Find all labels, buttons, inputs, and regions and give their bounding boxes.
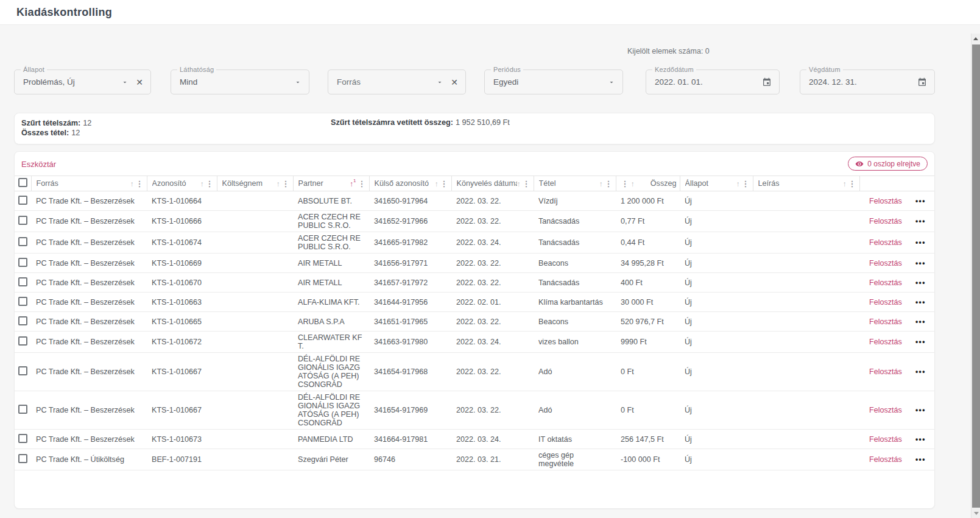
summary-card: Szűrt tételszám:12 Összes tétel:12 Szűrt… <box>14 113 935 144</box>
row-checkbox[interactable] <box>18 258 27 267</box>
calendar-icon[interactable] <box>917 77 927 87</box>
filter-lathatosag[interactable]: Láthatóság Mind <box>171 69 309 94</box>
sort-icon[interactable]: ↑ <box>435 180 439 188</box>
cell-partner: ACER CZECH REPUBLIC S.R.O. <box>293 232 369 254</box>
filter-forras[interactable]: Forrás ✕ <box>328 69 466 94</box>
filter-vegdatum[interactable]: Végdátum 2024. 12. 31. <box>800 69 935 94</box>
clear-icon[interactable]: ✕ <box>136 78 143 87</box>
sort-icon[interactable]: ↑ <box>517 180 521 188</box>
row-checkbox[interactable] <box>18 237 27 246</box>
column-menu-icon[interactable]: ⋮ <box>742 180 750 188</box>
row-checkbox[interactable] <box>18 216 27 225</box>
column-menu-icon[interactable]: ⋮ <box>523 180 531 188</box>
sort-icon[interactable]: ↑ <box>736 180 740 188</box>
filter-kezdodatum[interactable]: Kezdődátum 2022. 01. 01. <box>646 69 780 94</box>
filter-label: Periódus <box>491 66 523 73</box>
column-menu-icon[interactable]: ⋮ <box>848 180 856 188</box>
felosztas-link[interactable]: Felosztás <box>869 197 902 205</box>
row-checkbox[interactable] <box>18 336 27 346</box>
row-checkbox[interactable] <box>18 366 27 375</box>
felosztas-link[interactable]: Felosztás <box>869 259 902 268</box>
felosztas-link[interactable]: Felosztás <box>869 318 902 326</box>
felosztas-link[interactable]: Felosztás <box>869 298 902 307</box>
hidden-columns-button[interactable]: 0 oszlop elrejtve <box>848 157 928 171</box>
sort-icon[interactable]: ↑ <box>631 180 635 188</box>
row-menu-icon[interactable]: ••• <box>915 197 926 205</box>
filter-allapot[interactable]: Állapot Problémás, Új ✕ <box>14 69 151 94</box>
column-header[interactable]: Külső azonosító ↑ ⋮ <box>369 176 451 191</box>
row-menu-icon[interactable]: ••• <box>915 455 926 464</box>
row-menu-icon[interactable]: ••• <box>915 435 926 444</box>
felosztas-link[interactable]: Felosztás <box>869 435 902 444</box>
sort-icon[interactable]: ↑ <box>843 180 847 188</box>
row-menu-icon[interactable]: ••• <box>915 238 926 247</box>
calendar-icon[interactable] <box>762 77 772 87</box>
column-menu-icon[interactable]: ⋮ <box>440 180 448 188</box>
chevron-down-icon[interactable] <box>121 79 129 86</box>
column-menu-icon[interactable]: ⋮ <box>206 180 214 188</box>
cell-kulso-azonosito: 341654-917968 <box>369 353 451 391</box>
column-menu-icon[interactable]: ⋮ <box>621 180 629 188</box>
column-menu-icon[interactable]: ⋮ <box>358 180 366 188</box>
cell-azonosito: KTS-1-010667 <box>147 391 217 430</box>
row-checkbox[interactable] <box>18 297 27 306</box>
table-row: PC Trade Kft. – Beszerzések KTS-1-010667… <box>15 353 934 391</box>
felosztas-link[interactable]: Felosztás <box>869 238 902 247</box>
row-menu-icon[interactable]: ••• <box>915 318 926 326</box>
row-menu-icon[interactable]: ••• <box>915 259 926 268</box>
felosztas-link[interactable]: Felosztás <box>869 217 902 225</box>
column-header[interactable]: Forrás ↑ ⋮ <box>31 176 147 191</box>
row-menu-icon[interactable]: ••• <box>915 217 926 225</box>
chevron-down-icon[interactable] <box>608 79 615 86</box>
cell-tetel: Beacons <box>534 254 616 273</box>
column-header[interactable]: Partner ↑1 ⋮ <box>293 176 369 191</box>
chevron-down-icon[interactable] <box>294 79 301 86</box>
row-menu-icon[interactable]: ••• <box>915 406 926 414</box>
felosztas-link[interactable]: Felosztás <box>869 455 902 464</box>
row-checkbox[interactable] <box>18 196 27 205</box>
sort-icon[interactable]: ↑ <box>200 180 204 188</box>
toolbar-title[interactable]: Eszköztár <box>21 160 56 169</box>
column-menu-icon[interactable]: ⋮ <box>605 180 613 188</box>
row-checkbox[interactable] <box>18 434 27 443</box>
cell-koltsegnem <box>217 273 293 293</box>
scroll-down-icon[interactable] <box>971 508 980 518</box>
cell-tetel: Tanácsadás <box>534 232 616 254</box>
cell-koltsegnem <box>217 293 293 312</box>
column-header[interactable]: Azonosító ↑ ⋮ <box>147 176 217 191</box>
row-checkbox[interactable] <box>18 277 27 286</box>
row-menu-icon[interactable]: ••• <box>915 338 926 346</box>
clear-icon[interactable]: ✕ <box>451 78 458 87</box>
sort-icon[interactable]: ↑1 <box>350 180 356 188</box>
filter-periodus[interactable]: Periódus Egyedi <box>484 69 623 94</box>
column-header[interactable]: Leírás ↑ ⋮ <box>753 176 859 191</box>
cell-kulso-azonosito: 341657-917972 <box>369 273 451 293</box>
felosztas-link[interactable]: Felosztás <box>869 279 902 287</box>
sort-icon[interactable]: ↑ <box>599 180 603 188</box>
row-menu-icon[interactable]: ••• <box>915 298 926 307</box>
column-header[interactable]: Állapot ↑ ⋮ <box>680 176 753 191</box>
chevron-down-icon[interactable] <box>436 79 443 86</box>
scroll-up-icon[interactable] <box>973 37 978 40</box>
row-checkbox[interactable] <box>18 454 27 463</box>
felosztas-link[interactable]: Felosztás <box>869 338 902 346</box>
column-header[interactable]: Könyvelés dátuma ↑ ⋮ <box>451 176 534 191</box>
row-checkbox[interactable] <box>18 405 27 414</box>
cell-osszeg: 0,77 Ft <box>616 211 680 232</box>
row-menu-icon[interactable]: ••• <box>915 367 926 376</box>
row-menu-icon[interactable]: ••• <box>915 279 926 287</box>
felosztas-link[interactable]: Felosztás <box>869 367 902 376</box>
sort-icon[interactable]: ↑ <box>130 180 134 188</box>
scrollbar-thumb[interactable] <box>972 44 980 508</box>
sort-icon[interactable]: ↑ <box>277 180 280 188</box>
cell-azonosito: KTS-1-010664 <box>147 191 217 211</box>
column-header[interactable]: Költségnem ↑ ⋮ <box>217 176 293 191</box>
vertical-scrollbar[interactable] <box>971 34 980 518</box>
column-header[interactable]: Tétel ↑ ⋮ <box>534 176 616 191</box>
column-menu-icon[interactable]: ⋮ <box>136 180 144 188</box>
column-header[interactable]: Összeg ↑ ⋮ <box>616 176 680 191</box>
column-menu-icon[interactable]: ⋮ <box>282 180 290 188</box>
select-all-checkbox[interactable] <box>18 178 27 187</box>
felosztas-link[interactable]: Felosztás <box>869 406 902 414</box>
row-checkbox[interactable] <box>18 316 27 325</box>
